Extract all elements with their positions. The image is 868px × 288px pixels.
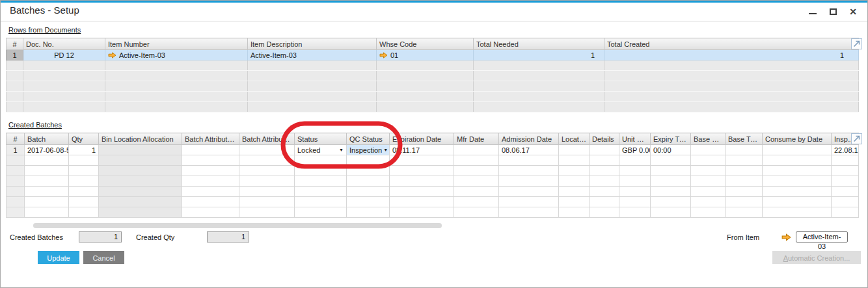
t1-empty-row (7, 81, 859, 92)
inspection-date-cell[interactable]: 22.08.17 (832, 145, 859, 155)
expand-grid-icon[interactable] (851, 133, 862, 144)
t2-col-batch: Batch (25, 133, 69, 145)
status-dropdown[interactable]: Locked▼ (295, 145, 347, 155)
update-button[interactable]: Update (38, 251, 79, 264)
t1-col-item-description: Item Description (248, 38, 377, 50)
expiration-date-cell[interactable]: 08.11.17 (390, 145, 454, 155)
link-arrow-icon[interactable] (781, 233, 791, 241)
t2-col-expiration-date: Expiration Date (390, 133, 454, 145)
t2-col-mfr-date: Mfr Date (454, 133, 499, 145)
maximize-icon[interactable] (828, 7, 838, 16)
t1-header-row: # Doc. No. Item Number Item Description … (7, 38, 859, 50)
qc-status-dropdown[interactable]: Inspection▼ (347, 145, 390, 155)
t2-col-unit-cost: Unit Cost (619, 133, 651, 145)
t1-row-1[interactable]: 1 PD 12 Active-Item-03 Active-Item-03 01… (7, 50, 859, 60)
t1-col-total-created: Total Created (604, 38, 859, 50)
item-description-cell[interactable]: Active-Item-03 (248, 50, 377, 60)
qty-cell[interactable]: 1 (69, 145, 99, 155)
t1-col-item-number: Item Number (105, 38, 248, 50)
t1-empty-row (7, 71, 859, 81)
t1-col-doc-no: Doc. No. (23, 38, 105, 50)
t2-empty-row (7, 155, 859, 166)
t1-col-total-needed: Total Needed (474, 38, 604, 50)
from-item-label: From Item (727, 233, 759, 241)
t2-col-base-entry: Base Entry (691, 133, 726, 145)
consume-by-date-cell[interactable] (763, 145, 832, 155)
t1-empty-row (7, 92, 859, 102)
mfr-date-cell[interactable] (454, 145, 499, 155)
unit-cost-cell[interactable]: GBP 0.00 (619, 145, 651, 155)
total-needed-cell[interactable]: 1 (474, 50, 604, 60)
t2-col-status: Status (295, 133, 347, 145)
expand-grid-icon[interactable] (851, 38, 862, 49)
admission-date-cell[interactable]: 08.06.17 (499, 145, 559, 155)
t2-col-location: Location (559, 133, 590, 145)
horizontal-scrollbar[interactable] (33, 223, 442, 228)
page-title: Batches - Setup (10, 5, 858, 16)
t2-col-num: # (7, 133, 25, 145)
item-number-value: Active-Item-03 (119, 51, 165, 59)
t2-col-qc-status: QC Status (347, 133, 390, 145)
t2-header-row: # Batch Qty Bin Location Allocation Batc… (7, 133, 859, 145)
rows-from-documents-grid: # Doc. No. Item Number Item Description … (6, 38, 860, 112)
batch-cell[interactable]: 2017-06-08-52 (25, 145, 69, 155)
row-number-cell[interactable]: 1 (7, 50, 23, 60)
doc-no-cell[interactable]: PD 12 (23, 50, 105, 60)
cancel-button[interactable]: Cancel (83, 251, 124, 264)
title-separator (1, 21, 867, 21)
close-icon[interactable]: ✕ (848, 7, 858, 16)
qc-status-value: Inspection (349, 146, 382, 154)
t2-col-bin-location: Bin Location Allocation (99, 133, 182, 145)
t2-col-admission-date: Admission Date (499, 133, 559, 145)
t1-col-whse-code: Whse Code (377, 38, 474, 50)
t2-col-consume-by-date: Consume by Date (763, 133, 832, 145)
rows-from-documents-label: Rows from Documents (8, 26, 81, 34)
automatic-creation-button[interactable]: Automatic Creation... (772, 251, 861, 264)
t2-empty-row (7, 176, 859, 187)
chevron-down-icon[interactable]: ▼ (383, 148, 388, 152)
base-entry-cell[interactable] (691, 145, 726, 155)
t2-col-base-type: Base Type (726, 133, 763, 145)
created-batches-label: Created Batches (8, 121, 62, 129)
total-created-cell[interactable]: 1 (604, 50, 859, 60)
t2-empty-row (7, 166, 859, 176)
expiry-time-cell[interactable]: 00:00 (651, 145, 691, 155)
created-qty-field[interactable]: 1 (207, 231, 249, 242)
t2-empty-row (7, 187, 859, 197)
whse-code-cell[interactable]: 01 (377, 50, 474, 60)
link-arrow-icon[interactable] (108, 52, 116, 59)
t2-col-qty: Qty (69, 133, 99, 145)
created-batches-grid: # Batch Qty Bin Location Allocation Batc… (6, 133, 860, 218)
t2-col-details: Details (590, 133, 619, 145)
t1-empty-row (7, 102, 859, 112)
t2-empty-row (7, 207, 859, 218)
status-value: Locked (297, 146, 320, 154)
t2-col-batch-attr2: Batch Attribute 2 (239, 133, 295, 145)
batch-attr2-cell[interactable] (239, 145, 295, 155)
chevron-down-icon[interactable]: ▼ (339, 148, 344, 152)
batch-attr1-cell[interactable] (182, 145, 239, 155)
item-number-cell[interactable]: Active-Item-03 (105, 50, 248, 60)
t2-col-expiry-time: Expiry Time (651, 133, 691, 145)
whse-code-value: 01 (390, 51, 398, 59)
t1-col-num: # (7, 38, 23, 50)
base-type-cell[interactable] (726, 145, 763, 155)
window-accent-bar (1, 1, 867, 3)
t2-col-batch-attr1: Batch Attribute 1 (182, 133, 239, 145)
details-cell[interactable] (590, 145, 619, 155)
created-qty-label: Created Qty (136, 233, 174, 241)
created-batches-count-field[interactable]: 1 (79, 231, 122, 242)
bin-location-cell (99, 145, 182, 155)
row-number-cell[interactable]: 1 (7, 145, 25, 155)
created-batches-count-label: Created Batches (10, 233, 63, 241)
location-cell[interactable] (559, 145, 590, 155)
batches-setup-window: Batches - Setup ✕ Rows from Documents # … (0, 0, 868, 288)
title-bar: Batches - Setup ✕ (10, 5, 858, 20)
t2-row-1[interactable]: 1 2017-06-08-52 1 Locked▼ Inspection▼ 08… (7, 145, 859, 155)
t2-empty-row (7, 197, 859, 207)
minimize-icon[interactable] (807, 7, 818, 16)
from-item-field[interactable]: Active-Item-03 (796, 231, 848, 242)
t1-empty-row (7, 60, 859, 71)
link-arrow-icon[interactable] (379, 52, 388, 59)
window-controls: ✕ (807, 7, 858, 16)
